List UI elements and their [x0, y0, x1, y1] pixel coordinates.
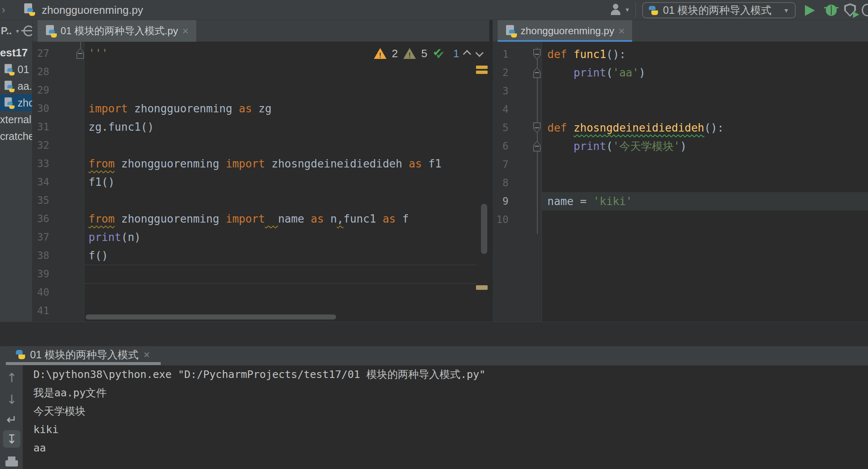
line-number[interactable]: 33 — [35, 155, 49, 173]
left-editor-gutter[interactable]: 272829303132333435363738394041 — [33, 42, 84, 322]
profiler-button[interactable] — [862, 4, 868, 16]
line-number[interactable]: 39 — [35, 265, 49, 283]
line-number[interactable]: 9 — [496, 192, 509, 210]
warning-count: 2 — [392, 47, 398, 60]
fold-marker-icon[interactable] — [533, 122, 541, 133]
line-number[interactable]: 30 — [35, 99, 49, 118]
code-line[interactable]: import zhongguorenming as zg — [85, 99, 489, 118]
line-number[interactable]: 34 — [35, 173, 49, 191]
fold-marker-icon[interactable] — [533, 141, 541, 152]
line-number[interactable]: 37 — [35, 228, 49, 246]
editor-pane-divider[interactable] — [489, 20, 493, 322]
debug-button[interactable] — [826, 5, 837, 16]
run-configuration-select[interactable]: 01 模块的两种导入模式 ▼ — [642, 2, 796, 18]
code-line[interactable]: print(n) — [85, 228, 489, 246]
code-line[interactable] — [85, 63, 489, 81]
line-number[interactable]: 31 — [35, 118, 49, 136]
line-number[interactable]: 27 — [35, 44, 49, 63]
inspection-widget[interactable]: 2 5 ✔✔ 1 — [374, 44, 482, 63]
code-line[interactable] — [85, 81, 489, 99]
code-line[interactable]: print('今天学模块') — [542, 137, 868, 155]
code-line[interactable]: def func1(): — [542, 45, 868, 63]
run-button[interactable] — [805, 5, 815, 16]
line-number[interactable]: 41 — [35, 302, 49, 320]
code-line[interactable]: from zhongguorenming import name as n,fu… — [85, 210, 489, 228]
code-line[interactable]: name = 'kiki' — [542, 192, 868, 210]
tab-right-file[interactable]: zhongguorenming.py × — [498, 20, 632, 42]
line-number[interactable]: 36 — [35, 210, 49, 228]
right-editor-gutter[interactable]: 12345678910 — [493, 42, 542, 322]
line-number[interactable]: 2 — [496, 63, 509, 82]
line-number[interactable]: 1 — [496, 45, 509, 63]
code-line[interactable]: f1() — [85, 173, 489, 191]
close-icon[interactable]: × — [144, 349, 150, 360]
code-line[interactable] — [542, 210, 868, 229]
sidebar-item-zhon[interactable]: zhon — [0, 94, 33, 111]
line-number[interactable]: 35 — [35, 191, 49, 210]
locate-file-icon[interactable] — [23, 25, 33, 36]
user-icon[interactable] — [609, 4, 623, 16]
project-dropdown[interactable]: P.. — [1, 25, 12, 37]
code-token: func1 — [574, 48, 606, 61]
console-output[interactable]: D:\python38\python.exe "D:/PycharmProjec… — [23, 365, 868, 469]
line-number[interactable]: 32 — [35, 136, 49, 155]
error-stripe-mark[interactable] — [476, 71, 488, 74]
error-stripe-mark[interactable] — [476, 285, 488, 290]
sidebar-item-xternal[interactable]: xternal — [0, 111, 33, 128]
code-line[interactable] — [85, 191, 489, 210]
code-line[interactable] — [85, 136, 489, 155]
code-token: import — [226, 157, 265, 170]
sidebar-item-aa-py[interactable]: aa.py — [0, 78, 33, 94]
code-line[interactable] — [542, 155, 868, 174]
sidebar-item-est17[interactable]: est17 — [0, 44, 33, 61]
run-tab[interactable]: 01 模块的两种导入模式 × — [16, 346, 150, 363]
up-arrow-icon[interactable]: ↑ — [3, 369, 20, 386]
line-number[interactable]: 38 — [35, 246, 49, 265]
line-number[interactable]: 28 — [35, 63, 49, 81]
line-number[interactable]: 3 — [496, 82, 509, 100]
code-line[interactable] — [542, 82, 868, 100]
run-with-coverage-button[interactable] — [844, 3, 856, 17]
scroll-to-end-icon[interactable]: ↧ — [3, 430, 20, 448]
console-line: kiki — [23, 421, 868, 439]
soft-wrap-icon[interactable]: ↵ — [3, 411, 20, 428]
sidebar-item-01-[interactable]: 01 模 — [0, 61, 33, 78]
breadcrumb-chevron-icon[interactable]: › — [2, 3, 5, 16]
printer-icon[interactable] — [3, 453, 20, 469]
line-number[interactable]: 5 — [496, 119, 509, 137]
fold-marker-icon[interactable] — [533, 49, 541, 60]
line-number[interactable]: 29 — [35, 81, 49, 99]
line-number[interactable]: 6 — [496, 137, 509, 155]
code-line[interactable] — [542, 174, 868, 192]
code-token: zhosngdeineidiedideh — [265, 157, 409, 170]
horizontal-scrollbar-thumb[interactable] — [86, 314, 336, 319]
line-number[interactable]: 8 — [496, 174, 509, 192]
run-tab-label: 01 模块的两种导入模式 — [30, 348, 139, 362]
line-number[interactable]: 4 — [496, 100, 509, 119]
close-icon[interactable]: × — [618, 25, 625, 36]
code-line[interactable]: f() — [85, 246, 489, 265]
code-line[interactable]: from zhongguorenming import zhosngdeinei… — [85, 155, 489, 173]
previous-warning-icon[interactable] — [463, 50, 471, 58]
vertical-scrollbar-thumb[interactable] — [481, 204, 487, 254]
error-stripe-mark[interactable] — [476, 66, 488, 69]
chevron-down-icon[interactable]: ▼ — [15, 28, 20, 34]
code-line[interactable] — [85, 283, 489, 302]
line-number[interactable]: 40 — [35, 283, 49, 302]
down-arrow-icon[interactable]: ↓ — [3, 390, 20, 408]
left-editor[interactable]: 272829303132333435363738394041 '''import… — [33, 42, 489, 322]
code-line[interactable]: def zhosngdeineidiedideh(): — [542, 119, 868, 137]
line-number[interactable]: 7 — [496, 155, 509, 174]
close-icon[interactable]: × — [182, 25, 188, 36]
user-dropdown-caret-icon[interactable]: ▼ — [625, 7, 630, 13]
code-line[interactable] — [542, 100, 868, 119]
code-line[interactable]: zg.func1() — [85, 118, 489, 136]
code-line[interactable]: print('aa') — [542, 63, 868, 82]
tab-left-file[interactable]: 01 模块的两种导入模式.py × — [38, 20, 196, 42]
code-line[interactable] — [85, 265, 489, 283]
line-number[interactable]: 10 — [496, 210, 509, 229]
fold-marker-icon[interactable] — [533, 67, 541, 78]
right-editor[interactable]: 12345678910 def func1(): print('aa')def … — [493, 42, 868, 322]
fold-marker-icon[interactable] — [76, 48, 84, 59]
sidebar-item-cratche[interactable]: cratche — [0, 128, 33, 145]
